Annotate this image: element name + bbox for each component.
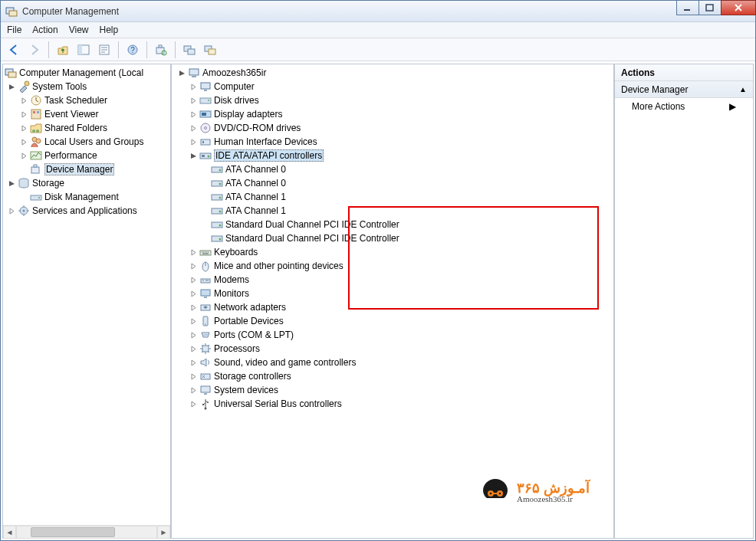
device-tree[interactable]: Amoozesh365ir Computer Disk drives Displ… <box>172 64 613 538</box>
expander-closed-icon[interactable] <box>6 205 18 217</box>
svg-rect-79 <box>202 404 204 405</box>
cat-portable[interactable]: Portable Devices <box>176 314 613 328</box>
svg-point-69 <box>205 323 206 325</box>
expander-closed-icon[interactable] <box>188 385 199 396</box>
cat-disk-drives[interactable]: Disk drives <box>176 93 613 107</box>
cat-system-devices[interactable]: System devices <box>176 383 613 397</box>
svg-rect-73 <box>202 346 209 352</box>
cat-keyboards[interactable]: Keyboards <box>176 245 613 259</box>
cat-computer[interactable]: Computer <box>176 80 613 93</box>
nav-shared-folders[interactable]: Shared Folders <box>3 121 170 135</box>
expander-open-icon[interactable] <box>6 81 18 93</box>
svg-rect-15 <box>209 49 215 54</box>
expander-closed-icon[interactable] <box>188 109 199 120</box>
cat-display-adapters[interactable]: Display adapters <box>176 107 613 121</box>
svg-rect-27 <box>31 152 41 159</box>
cat-modems[interactable]: Modems <box>176 273 613 287</box>
nav-event-viewer[interactable]: Event Viewer <box>3 107 170 121</box>
nav-local-users[interactable]: Local Users and Groups <box>3 135 170 149</box>
nav-device-manager[interactable]: Device Manager <box>3 162 170 176</box>
navigation-tree[interactable]: Computer Management (Local System Tools … <box>3 64 170 525</box>
actions-more[interactable]: More Actions ▶ <box>615 98 753 115</box>
nav-services[interactable]: Services and Applications <box>3 204 170 218</box>
expander-open-icon[interactable] <box>188 150 199 162</box>
ata-channel-icon <box>211 177 223 189</box>
nav-system-tools[interactable]: System Tools <box>3 80 170 93</box>
cat-dvd[interactable]: DVD/CD-ROM drives <box>176 121 613 135</box>
back-button[interactable] <box>5 41 23 59</box>
expander-open-icon[interactable] <box>6 178 18 189</box>
menu-view[interactable]: View <box>69 25 89 35</box>
nav-root[interactable]: Computer Management (Local <box>3 66 170 80</box>
dev-ata1-b[interactable]: ATA Channel 1 <box>176 204 613 218</box>
cat-monitors[interactable]: Monitors <box>176 287 613 300</box>
cat-usb[interactable]: Universal Serial Bus controllers <box>176 397 613 411</box>
expander-closed-icon[interactable] <box>188 302 199 313</box>
cat-processors[interactable]: Processors <box>176 342 613 356</box>
dev-ata0-a[interactable]: ATA Channel 0 <box>176 162 613 176</box>
expander-closed-icon[interactable] <box>188 343 199 355</box>
minimize-button[interactable] <box>676 0 699 15</box>
dev-std-a[interactable]: Standard Dual Channel PCI IDE Controller <box>176 218 613 231</box>
device-root[interactable]: Amoozesh365ir <box>176 66 613 80</box>
expander-closed-icon[interactable] <box>188 136 199 148</box>
expander-closed-icon[interactable] <box>18 123 30 134</box>
show-hide-tree-button[interactable] <box>74 41 93 59</box>
dev-std-b[interactable]: Standard Dual Channel PCI IDE Controller <box>176 231 613 245</box>
scroll-track[interactable] <box>16 526 157 539</box>
nav-disk-management[interactable]: Disk Management <box>3 190 170 204</box>
expander-closed-icon[interactable] <box>188 371 199 382</box>
expander-closed-icon[interactable] <box>188 398 199 410</box>
nav-storage[interactable]: Storage <box>3 176 170 190</box>
expander-open-icon[interactable] <box>176 67 188 79</box>
dev-ata1-a[interactable]: ATA Channel 1 <box>176 190 613 204</box>
devices-view-button[interactable] <box>180 41 199 59</box>
expander-closed-icon[interactable] <box>188 274 199 286</box>
svg-rect-46 <box>202 141 204 143</box>
cat-storage-controllers[interactable]: Storage controllers <box>176 369 613 383</box>
up-folder-button[interactable] <box>54 41 72 59</box>
expander-closed-icon[interactable] <box>188 288 199 300</box>
scan-hardware-button[interactable] <box>152 41 170 59</box>
maximize-button[interactable] <box>698 0 721 15</box>
properties-button[interactable] <box>95 41 113 59</box>
expander-closed-icon[interactable] <box>188 357 199 369</box>
forward-button[interactable] <box>25 41 44 59</box>
expander-closed-icon[interactable] <box>18 136 30 148</box>
scroll-thumb[interactable] <box>31 527 115 537</box>
expander-closed-icon[interactable] <box>18 109 30 120</box>
cat-hid[interactable]: Human Interface Devices <box>176 135 613 149</box>
svg-point-44 <box>205 127 207 130</box>
help-button[interactable]: ? <box>123 41 142 59</box>
cat-sound[interactable]: Sound, video and game controllers <box>176 356 613 369</box>
nav-performance[interactable]: Performance <box>3 149 170 162</box>
close-button[interactable] <box>721 0 756 15</box>
svg-rect-82 <box>493 493 498 494</box>
svg-point-77 <box>205 408 207 410</box>
scroll-left-arrow[interactable]: ◄ <box>3 526 16 539</box>
menu-action[interactable]: Action <box>32 25 58 35</box>
nav-task-scheduler[interactable]: Task Scheduler <box>3 93 170 107</box>
expander-closed-icon[interactable] <box>188 261 199 272</box>
titlebar[interactable]: Computer Management <box>1 1 755 22</box>
cat-ide[interactable]: IDE ATA/ATAPI controllers <box>176 149 613 162</box>
horizontal-scrollbar[interactable]: ◄ ► <box>3 525 170 538</box>
expander-closed-icon[interactable] <box>188 247 199 258</box>
menu-file[interactable]: File <box>7 25 21 35</box>
resources-view-button[interactable] <box>201 41 219 59</box>
expander-closed-icon[interactable] <box>188 330 199 341</box>
dev-ata0-b[interactable]: ATA Channel 0 <box>176 176 613 190</box>
svg-rect-13 <box>188 49 195 54</box>
actions-category[interactable]: Device Manager ▲ <box>615 81 753 98</box>
expander-closed-icon[interactable] <box>18 95 30 107</box>
cat-ports[interactable]: Ports (COM & LPT) <box>176 328 613 342</box>
cat-network[interactable]: Network adapters <box>176 300 613 314</box>
expander-closed-icon[interactable] <box>188 316 199 327</box>
cat-mice[interactable]: Mice and other pointing devices <box>176 259 613 273</box>
expander-closed-icon[interactable] <box>18 150 30 162</box>
scroll-right-arrow[interactable]: ► <box>157 526 170 539</box>
menu-help[interactable]: Help <box>100 25 119 35</box>
expander-closed-icon[interactable] <box>188 95 199 107</box>
expander-closed-icon[interactable] <box>188 81 199 93</box>
expander-closed-icon[interactable] <box>188 123 199 134</box>
